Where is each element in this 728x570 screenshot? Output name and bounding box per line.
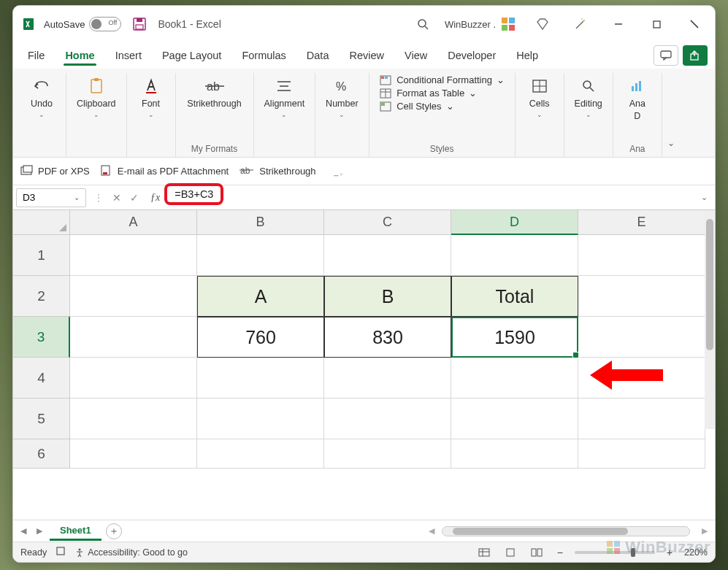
- add-sheet-button[interactable]: ＋: [106, 523, 122, 539]
- cell-C3[interactable]: 830: [324, 317, 451, 358]
- enter-formula-icon[interactable]: ✓: [126, 190, 143, 206]
- cell-C2[interactable]: B: [324, 276, 451, 317]
- cell-D3[interactable]: 1590: [451, 317, 578, 358]
- cell-E1[interactable]: [578, 235, 705, 276]
- cell-C4[interactable]: [324, 358, 451, 398]
- maximize-button[interactable]: [640, 9, 673, 39]
- analyze-data-button[interactable]: Ana D: [619, 73, 656, 124]
- name-box[interactable]: D3 ⌄: [16, 188, 86, 207]
- sheet-tab-sheet1[interactable]: Sheet1: [50, 522, 101, 541]
- editing-button[interactable]: Editing ⌄: [570, 73, 607, 121]
- ribbon-collapse-button[interactable]: ⌄: [662, 73, 680, 157]
- col-header-B[interactable]: B: [197, 210, 324, 235]
- fx-icon[interactable]: ƒx: [146, 192, 164, 204]
- page-layout-view-icon[interactable]: [502, 546, 519, 559]
- horizontal-scrollbar[interactable]: [442, 526, 690, 536]
- tab-file[interactable]: File: [20, 45, 52, 66]
- cell-D4[interactable]: [451, 358, 578, 398]
- row-header-2[interactable]: 2: [13, 276, 70, 317]
- col-header-D[interactable]: D: [451, 210, 578, 235]
- more-icon[interactable]: ⋮: [89, 190, 108, 206]
- cell-E3[interactable]: [578, 317, 705, 358]
- cells-button[interactable]: Cells ⌄: [521, 73, 558, 121]
- cell-E5[interactable]: [578, 398, 705, 439]
- undo-button[interactable]: Undo ⌄: [23, 73, 60, 121]
- cell-E2[interactable]: [578, 276, 705, 317]
- close-button[interactable]: [678, 9, 710, 39]
- row-header-6[interactable]: 6: [13, 439, 70, 469]
- formula-input[interactable]: =B3+C3: [167, 188, 694, 208]
- strikethrough-button[interactable]: ab Strikethrough: [182, 73, 248, 112]
- page-break-view-icon[interactable]: [528, 546, 545, 559]
- user-account[interactable]: WinBuzzer .: [445, 15, 518, 34]
- format-as-table-button[interactable]: Format as Table ⌄: [379, 88, 505, 99]
- wand-icon[interactable]: [564, 9, 597, 39]
- macro-icon[interactable]: [55, 546, 66, 558]
- autosave-toggle[interactable]: AutoSave Off: [44, 17, 121, 31]
- font-button[interactable]: Font ⌄: [133, 73, 169, 121]
- cell-A1[interactable]: [70, 235, 197, 276]
- number-button[interactable]: % Number ⌄: [321, 73, 362, 121]
- sheet-nav-prev-icon[interactable]: ◀: [18, 525, 29, 537]
- sheet-nav-next-icon[interactable]: ▶: [34, 525, 45, 537]
- pdf-xps-button[interactable]: PDF or XPS: [20, 165, 90, 177]
- save-icon[interactable]: [133, 18, 146, 31]
- cell-D1[interactable]: [451, 235, 578, 276]
- cell-A6[interactable]: [70, 439, 197, 469]
- conditional-formatting-button[interactable]: Conditional Formatting ⌄: [379, 74, 505, 85]
- tab-insert[interactable]: Insert: [108, 45, 149, 66]
- vertical-scrollbar[interactable]: [705, 210, 715, 429]
- share-button[interactable]: [683, 45, 708, 66]
- cell-D2[interactable]: Total: [451, 276, 578, 317]
- cell-C1[interactable]: [324, 235, 451, 276]
- tab-review[interactable]: Review: [342, 45, 391, 66]
- minimize-button[interactable]: [602, 9, 635, 39]
- tab-page-layout[interactable]: Page Layout: [155, 45, 229, 66]
- qat-customize-button[interactable]: ⎯⌄: [334, 167, 344, 176]
- row-header-5[interactable]: 5: [13, 398, 70, 439]
- cell-A4[interactable]: [70, 358, 197, 398]
- tab-home[interactable]: Home: [58, 45, 101, 66]
- cell-C5[interactable]: [324, 398, 451, 439]
- cell-A2[interactable]: [70, 276, 197, 317]
- row-header-1[interactable]: 1: [13, 235, 70, 276]
- select-all-corner[interactable]: [13, 210, 70, 235]
- cell-A3[interactable]: [70, 317, 197, 358]
- hscroll-left-icon[interactable]: ◀: [426, 525, 437, 537]
- cancel-formula-icon[interactable]: ✕: [108, 190, 126, 206]
- tab-developer[interactable]: Developer: [440, 45, 503, 66]
- clipboard-button[interactable]: Clipboard ⌄: [72, 73, 120, 121]
- cell-B2[interactable]: A: [197, 276, 324, 317]
- row-header-4[interactable]: 4: [13, 358, 70, 398]
- toggle-switch[interactable]: Off: [89, 17, 121, 31]
- zoom-out-button[interactable]: −: [554, 547, 566, 558]
- email-pdf-button[interactable]: E-mail as PDF Attachment: [100, 164, 229, 178]
- cell-D5[interactable]: [451, 398, 578, 439]
- cell-E6[interactable]: [578, 439, 705, 469]
- expand-formula-icon[interactable]: ⌄: [697, 193, 712, 202]
- cell-B5[interactable]: [197, 398, 324, 439]
- cell-B3[interactable]: 760: [197, 317, 324, 358]
- cell-B6[interactable]: [197, 439, 324, 469]
- tab-help[interactable]: Help: [509, 45, 545, 66]
- cell-A5[interactable]: [70, 398, 197, 439]
- diamond-icon[interactable]: [526, 9, 559, 39]
- search-icon[interactable]: [407, 9, 439, 39]
- cell-styles-button[interactable]: Cell Styles ⌄: [379, 101, 505, 112]
- col-header-E[interactable]: E: [578, 210, 705, 235]
- row-header-3[interactable]: 3: [13, 317, 70, 358]
- cell-C6[interactable]: [324, 439, 451, 469]
- col-header-C[interactable]: C: [324, 210, 451, 235]
- hscroll-right-icon[interactable]: ▶: [699, 525, 710, 537]
- cell-B1[interactable]: [197, 235, 324, 276]
- qat-strikethrough-button[interactable]: ab Strikethrough: [239, 165, 315, 177]
- accessibility-button[interactable]: Accessibility: Good to go: [74, 547, 188, 558]
- tab-data[interactable]: Data: [299, 45, 337, 66]
- tab-view[interactable]: View: [397, 45, 434, 66]
- alignment-button[interactable]: Alignment ⌄: [260, 73, 310, 121]
- cell-D6[interactable]: [451, 439, 578, 469]
- tab-formulas[interactable]: Formulas: [234, 45, 293, 66]
- col-header-A[interactable]: A: [70, 210, 197, 235]
- normal-view-icon[interactable]: [475, 546, 493, 559]
- cell-B4[interactable]: [197, 358, 324, 398]
